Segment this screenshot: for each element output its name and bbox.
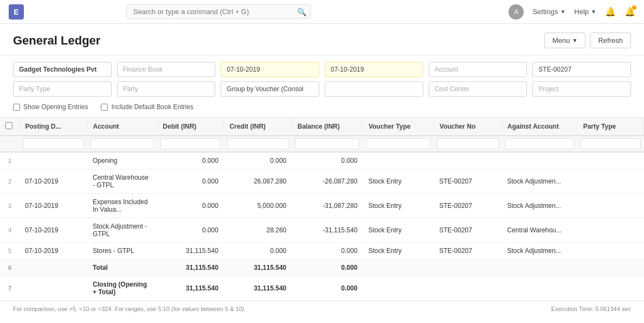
show-opening-entries-checkbox[interactable]: Show Opening Entries: [13, 103, 88, 111]
posting-date-cell: 07-10-2019: [20, 194, 87, 218]
credit-cell: 31,115.540: [224, 259, 292, 276]
filter-party-type[interactable]: [581, 138, 640, 149]
project-field[interactable]: [532, 81, 631, 97]
menu-button[interactable]: Menu ▼: [544, 33, 585, 48]
party-type-cell: [577, 169, 643, 194]
filter-balance-cell[interactable]: [292, 136, 363, 152]
filter-voucher-type[interactable]: [366, 138, 430, 149]
filter-debit-cell[interactable]: [157, 136, 224, 152]
against-account-cell: Stock Adjustmen...: [502, 243, 578, 259]
include-default-book-checkbox[interactable]: Include Default Book Entries: [101, 103, 193, 111]
cost-center-input[interactable]: [429, 81, 527, 97]
against-account-cell: [502, 276, 578, 301]
credit-cell: 26,087.280: [224, 169, 292, 194]
include-default-checkbox-input[interactable]: [101, 104, 108, 111]
voucher-no-cell: STE-00207: [434, 243, 501, 259]
avatar: A: [508, 4, 524, 20]
finance-book-input[interactable]: [117, 62, 216, 77]
filter-voucher-no[interactable]: [437, 138, 498, 149]
table-row: 407-10-2019Stock Adjustment - GTPL0.0002…: [0, 218, 644, 243]
col-against-account: Against Account: [502, 118, 578, 136]
account-input[interactable]: [429, 62, 527, 77]
posting-date-cell: [20, 259, 87, 276]
select-all-checkbox[interactable]: [5, 122, 12, 129]
chevron-down-icon: ▼: [572, 37, 578, 43]
group-by-field[interactable]: [221, 81, 319, 97]
footer-hint: For comparison, use >5, <10 or =324. For…: [13, 306, 246, 312]
project-input[interactable]: [532, 81, 631, 97]
settings-button[interactable]: Settings ▼: [532, 8, 565, 16]
account-value-field[interactable]: [532, 62, 631, 77]
filter-against-account[interactable]: [505, 138, 575, 149]
finance-book-field[interactable]: [117, 62, 216, 77]
party-input[interactable]: [117, 81, 216, 97]
filter-against-account-cell[interactable]: [502, 136, 578, 152]
against-account-cell: [502, 152, 578, 169]
chevron-down-icon: ▼: [591, 9, 596, 15]
party-field[interactable]: [117, 81, 216, 97]
filter-voucher-no-cell[interactable]: [434, 136, 501, 152]
col-posting-date: Posting D...: [20, 118, 87, 136]
app-logo: E: [9, 4, 24, 20]
party-type-input[interactable]: [13, 81, 112, 97]
table-row: 7Closing (Opening + Total)31,115.54031,1…: [0, 276, 644, 301]
date-range-field[interactable]: [325, 81, 423, 97]
navbar-right: A Settings ▼ Help ▼ 🔔 🔔: [508, 4, 635, 20]
to-date-field[interactable]: [325, 62, 423, 77]
help-label: Help: [574, 8, 589, 16]
filter-row-1: [13, 62, 631, 77]
filter-account-cell[interactable]: [87, 136, 157, 152]
refresh-button[interactable]: Refresh: [590, 33, 631, 48]
party-type-field[interactable]: [13, 81, 112, 97]
table-row: 6Total31,115.54031,115.5400.000: [0, 259, 644, 276]
credit-cell: 0.000: [224, 152, 292, 169]
header-actions: Menu ▼ Refresh: [544, 33, 631, 48]
table-filter-row: [0, 136, 644, 152]
search-bar[interactable]: 🔍: [126, 4, 311, 19]
from-date-input[interactable]: [221, 62, 319, 77]
voucher-no-cell: [434, 152, 501, 169]
filter-posting-date-cell[interactable]: [20, 136, 87, 152]
help-button[interactable]: Help ▼: [574, 8, 596, 16]
account-value-input[interactable]: [532, 62, 631, 77]
company-input[interactable]: [13, 62, 112, 77]
credit-cell: 0.000: [224, 243, 292, 259]
group-by-input[interactable]: [221, 81, 319, 97]
filter-debit[interactable]: [160, 138, 221, 149]
from-date-field[interactable]: [221, 62, 319, 77]
voucher-no-cell: STE-00207: [434, 194, 501, 218]
search-input[interactable]: [126, 4, 311, 19]
table-header-row: Posting D... Account Debit (INR) Credit …: [0, 118, 644, 136]
navbar: E 🔍 A Settings ▼ Help ▼ 🔔 🔔: [0, 0, 644, 24]
account-field[interactable]: [429, 62, 527, 77]
company-field[interactable]: [13, 62, 112, 77]
show-opening-checkbox-input[interactable]: [13, 104, 20, 111]
row-index-cell: 5: [0, 243, 20, 259]
filter-credit-cell[interactable]: [224, 136, 292, 152]
to-date-input[interactable]: [325, 62, 423, 77]
filter-voucher-type-cell[interactable]: [363, 136, 434, 152]
row-index-cell: 3: [0, 194, 20, 218]
date-range-input[interactable]: [325, 81, 423, 97]
debit-cell: 0.000: [157, 152, 224, 169]
filter-posting-date[interactable]: [23, 138, 84, 149]
credit-cell: 31,115.540: [224, 276, 292, 301]
balance-cell: -31,115.540: [292, 218, 363, 243]
balance-cell: 0.000: [292, 276, 363, 301]
notification-icon[interactable]: 🔔: [605, 7, 616, 17]
col-debit: Debit (INR): [157, 118, 224, 136]
posting-date-cell: 07-10-2019: [20, 243, 87, 259]
page: General Ledger Menu ▼ Refresh: [0, 24, 644, 323]
cost-center-field[interactable]: [429, 81, 527, 97]
row-index-cell: 2: [0, 169, 20, 194]
include-default-label: Include Default Book Entries: [111, 103, 193, 111]
filter-balance[interactable]: [295, 138, 359, 149]
filter-check-cell: [0, 136, 20, 152]
balance-cell: 0.000: [292, 152, 363, 169]
filter-party-type-cell[interactable]: [577, 136, 643, 152]
bell-icon[interactable]: 🔔: [624, 7, 635, 17]
table-body: 1Opening0.0000.0000.000207-10-2019Centra…: [0, 152, 644, 301]
filter-credit[interactable]: [227, 138, 288, 149]
filter-account[interactable]: [91, 138, 154, 149]
show-opening-label: Show Opening Entries: [23, 103, 88, 111]
